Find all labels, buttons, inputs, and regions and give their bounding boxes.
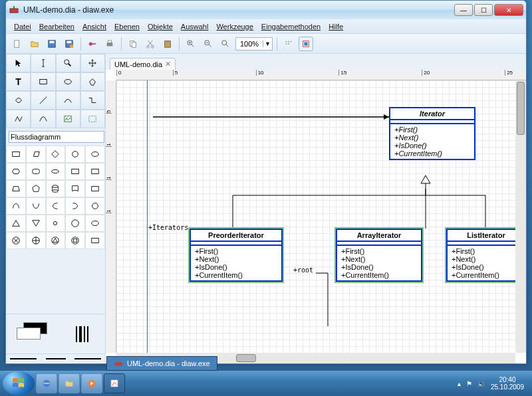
label-iterators[interactable]: +Iterators (148, 224, 188, 231)
shape-big-circle[interactable] (65, 215, 85, 232)
shape-parallelogram[interactable] (26, 146, 46, 163)
shape-diamond[interactable] (46, 146, 66, 163)
shape-box2[interactable] (65, 163, 85, 180)
close-button[interactable]: ✕ (494, 4, 523, 16)
shape-small-circle[interactable] (46, 215, 66, 232)
canvas[interactable]: Iterator +First() +Next() +IsDone() +Cur… (116, 80, 515, 353)
shape-ellipse[interactable] (85, 146, 105, 163)
tray-volume-icon[interactable]: 🔉 (477, 380, 485, 387)
background-color[interactable] (17, 328, 41, 340)
shape-document[interactable] (65, 180, 85, 197)
polygon-tool[interactable] (80, 72, 105, 91)
cut-button[interactable] (143, 37, 158, 51)
outline-tool[interactable] (80, 110, 105, 128)
shape-box3[interactable] (85, 163, 105, 180)
zoom-out-button[interactable] (201, 37, 215, 51)
shape-tri-up[interactable] (6, 215, 26, 232)
taskbar-preview[interactable]: UML-demo.dia - diaw.exe (106, 356, 217, 371)
tray-flag-icon[interactable]: ⚑ (466, 380, 472, 387)
shape-cap4[interactable] (65, 197, 85, 215)
uml-class-list[interactable]: ListIterator +First() +Next() +IsDone() … (446, 229, 515, 282)
menu-bearbeiten[interactable]: Bearbeiten (35, 21, 78, 32)
zoom-combo[interactable]: ▼ (235, 37, 273, 50)
bezier-tool[interactable] (31, 110, 55, 128)
menu-ebenen[interactable]: Ebenen (110, 21, 144, 32)
paste-button[interactable] (160, 37, 175, 51)
line-style[interactable] (46, 358, 66, 359)
tray-expand-icon[interactable]: ▴ (458, 380, 461, 387)
beziergon-tool[interactable] (6, 91, 31, 110)
shape-circle[interactable] (65, 146, 85, 163)
zoom-dropdown-icon[interactable]: ▼ (263, 41, 272, 47)
shape-cross-circle[interactable] (6, 232, 26, 249)
zoom-in-button[interactable] (184, 37, 198, 51)
menu-hilfe[interactable]: Hilfe (325, 21, 347, 32)
tab-close-icon[interactable]: ✕ (165, 60, 171, 68)
shape-cap2[interactable] (26, 197, 46, 215)
zoom-tool[interactable] (56, 54, 80, 72)
shape-trap[interactable] (6, 180, 26, 197)
line-pattern[interactable] (76, 326, 88, 342)
zoom-input[interactable] (236, 40, 263, 48)
shape-rect[interactable] (6, 146, 26, 163)
shape-ell2[interactable] (85, 215, 105, 232)
zoom-fit-button[interactable] (218, 37, 233, 51)
menu-datei[interactable]: Datei (10, 21, 35, 32)
shape-cap1[interactable] (6, 197, 26, 215)
print-button[interactable] (102, 37, 117, 51)
arrow-end[interactable] (74, 358, 101, 359)
start-button[interactable] (3, 371, 35, 395)
box-tool[interactable] (31, 72, 55, 91)
new-button[interactable] (10, 37, 25, 51)
save-as-button[interactable] (62, 37, 76, 51)
shape-cap3[interactable] (46, 197, 66, 215)
ruler-horizontal[interactable]: 0 5 10 15 20 25 (116, 70, 526, 80)
arc-tool[interactable] (56, 91, 80, 110)
document-tab[interactable]: UML-demo.dia ✕ (110, 58, 176, 70)
image-tool[interactable] (56, 110, 80, 128)
shape-rbox[interactable] (85, 180, 105, 197)
shape-pentagon[interactable] (26, 180, 46, 197)
taskbar-dia[interactable] (104, 373, 125, 393)
titlebar[interactable]: UML-demo.dia - diaw.exe — ☐ ✕ (6, 1, 526, 19)
menu-eingabemethoden[interactable]: Eingabemethoden (257, 21, 325, 32)
uml-class-array[interactable]: ArrayIterator +First() +Next() +IsDone()… (336, 229, 422, 282)
taskbar-ie[interactable] (36, 373, 57, 393)
shape-tri-down[interactable] (26, 215, 46, 232)
system-tray[interactable]: ▴ ⚑ 🔉 20:40 25.10.2009 (452, 376, 529, 391)
uml-class-iterator[interactable]: Iterator +First() +Next() +IsDone() +Cur… (389, 107, 475, 160)
clock[interactable]: 20:40 25.10.2009 (491, 376, 524, 391)
shape-box-circle[interactable] (65, 232, 85, 249)
uml-class-preorder[interactable]: PreorderIterator +First() +Next() +IsDon… (190, 229, 283, 282)
arrow-start[interactable] (10, 358, 37, 359)
shape-tri-circle[interactable] (46, 232, 66, 249)
object-snap-button[interactable] (299, 37, 313, 51)
shape-oval[interactable] (46, 163, 66, 180)
menu-ansicht[interactable]: Ansicht (78, 21, 110, 32)
ruler-vertical[interactable]: 5 1 1 1 (106, 80, 116, 353)
minimize-button[interactable]: — (454, 4, 473, 16)
shape-plus-circle[interactable] (26, 232, 46, 249)
text-edit-tool[interactable] (31, 54, 55, 72)
open-button[interactable] (27, 37, 42, 51)
label-root[interactable]: +root (293, 266, 313, 274)
taskbar-explorer[interactable] (59, 373, 80, 393)
maximize-button[interactable]: ☐ (474, 4, 493, 16)
scroll-tool[interactable] (80, 54, 105, 72)
shape-ring[interactable] (85, 197, 105, 215)
menu-werkzeuge[interactable]: Werkzeuge (212, 21, 257, 32)
menu-objekte[interactable]: Objekte (144, 21, 177, 32)
line-tool[interactable] (31, 91, 55, 110)
scrollbar-vertical[interactable] (515, 80, 526, 353)
sheet-selector[interactable]: ▼ (6, 128, 105, 146)
save-button[interactable] (45, 37, 59, 51)
pointer-tool[interactable] (6, 54, 31, 72)
zigzag-tool[interactable] (80, 91, 105, 110)
polyline-tool[interactable] (6, 110, 31, 128)
taskbar-media[interactable] (81, 373, 102, 393)
shape-cylinder[interactable] (46, 180, 66, 197)
text-tool[interactable]: T (6, 72, 31, 91)
grid-snap-button[interactable] (281, 37, 296, 51)
shape-roundrect[interactable] (26, 163, 46, 180)
ellipse-tool[interactable] (56, 72, 80, 91)
